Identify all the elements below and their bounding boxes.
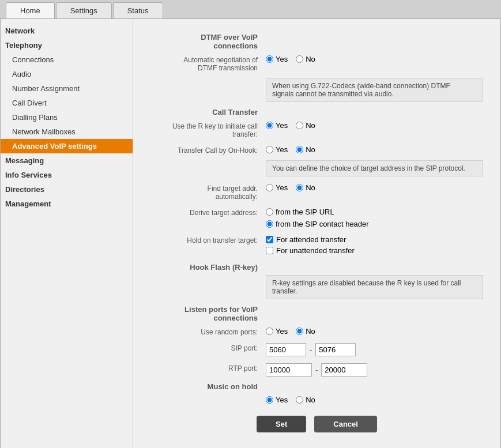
sidebar-item-call-divert[interactable]: Call Divert	[1, 96, 133, 110]
sidebar-item-dialling-plans[interactable]: Dialling Plans	[1, 110, 133, 125]
rtp-port-start-input[interactable]	[266, 363, 312, 377]
dtmf-yes-option[interactable]: Yes	[266, 55, 288, 63]
sip-port-end-input[interactable]	[315, 343, 356, 356]
transfer-onhook-no-radio[interactable]	[296, 146, 303, 153]
use-r-key-yes-radio[interactable]	[266, 122, 273, 129]
use-r-key-radio-group: Yes No	[266, 121, 489, 130]
use-r-key-row: Use the R key to initiate calltransfer: …	[145, 120, 489, 138]
from-sip-contact-radio[interactable]	[266, 220, 273, 228]
attended-transfer-option[interactable]: For attended transfer	[266, 235, 489, 244]
sidebar-item-number-assignment[interactable]: Number Assignment	[1, 81, 133, 96]
find-target-yes-radio[interactable]	[266, 184, 273, 191]
set-button[interactable]: Set	[257, 416, 306, 432]
call-transfer-title: Call Transfer	[145, 108, 266, 116]
sidebar-item-info-services[interactable]: Info Services	[1, 168, 133, 182]
find-target-no-label: No	[306, 183, 315, 192]
unattended-transfer-option[interactable]: For unattended transfer	[266, 246, 489, 255]
transfer-onhook-no-label: No	[306, 145, 315, 154]
hook-flash-header-row: Hook Flash (R-key)	[145, 263, 489, 272]
attended-transfer-checkbox[interactable]	[266, 236, 273, 243]
rtp-port-content: -	[266, 362, 489, 377]
sip-port-row: SIP port: -	[145, 342, 489, 356]
tab-settings[interactable]: Settings	[56, 2, 112, 18]
rtp-port-row: RTP port: -	[145, 362, 489, 377]
music-no-label: No	[306, 396, 315, 404]
sidebar-item-messaging[interactable]: Messaging	[1, 153, 133, 168]
sidebar-item-connections[interactable]: Connections	[1, 52, 133, 67]
find-target-yes-option[interactable]: Yes	[266, 183, 288, 192]
hold-on-transfer-content: For attended transfer For unattended tra…	[266, 234, 489, 257]
dtmf-info-text: When using G.722-Codecs (wide-band conne…	[266, 78, 483, 102]
use-r-key-yes-option[interactable]: Yes	[266, 121, 288, 130]
find-target-no-option[interactable]: No	[296, 183, 315, 192]
sidebar-item-telephony[interactable]: Telephony	[1, 38, 133, 52]
rtp-port-dash: -	[315, 366, 318, 374]
rtp-port-row-inputs: -	[266, 363, 489, 377]
transfer-info-text: You can define the choice of target addr…	[266, 160, 483, 176]
from-sip-contact-option[interactable]: from the SIP contact header	[266, 220, 489, 228]
transfer-onhook-radio-group: Yes No	[266, 145, 489, 154]
transfer-onhook-yes-radio[interactable]	[266, 146, 273, 153]
use-random-no-label: No	[306, 327, 315, 336]
sidebar-item-directories[interactable]: Directories	[1, 182, 133, 197]
sidebar-item-audio[interactable]: Audio	[1, 67, 133, 81]
listen-ports-title: Listen ports for VoIPconnections	[145, 305, 266, 322]
sidebar-item-advanced-voip[interactable]: Advanced VoIP settings	[1, 139, 133, 153]
use-r-key-no-radio[interactable]	[296, 122, 303, 129]
dtmf-auto-row: Automatic negotiation ofDTMF transmissio…	[145, 54, 489, 72]
dtmf-no-option[interactable]: No	[296, 55, 315, 63]
find-target-yes-label: Yes	[276, 183, 288, 192]
derive-target-row: Derive target address: from the SIP URL …	[145, 206, 489, 228]
from-sip-contact-label: from the SIP contact header	[276, 220, 369, 228]
sidebar-item-network-mailboxes[interactable]: Network Mailboxes	[1, 125, 133, 139]
find-target-radio-group: Yes No	[266, 183, 489, 192]
sip-port-row-inputs: -	[266, 343, 489, 356]
use-random-ports-row: Use random ports: Yes No	[145, 326, 489, 336]
use-random-yes-label: Yes	[276, 327, 288, 336]
hook-flash-info: R-key settings are disabled because the …	[266, 275, 483, 299]
from-sip-url-radio[interactable]	[266, 208, 273, 216]
sip-port-start-input[interactable]	[266, 343, 306, 356]
dtmf-yes-radio[interactable]	[266, 55, 273, 63]
dtmf-auto-label: Automatic negotiation ofDTMF transmissio…	[145, 54, 266, 72]
sip-port-label: SIP port:	[145, 342, 266, 352]
tab-home[interactable]: Home	[6, 2, 55, 18]
from-sip-url-option[interactable]: from the SIP URL	[266, 208, 489, 216]
find-target-row: Find target addr.automatically: Yes No	[145, 182, 489, 201]
music-yes-option[interactable]: Yes	[266, 396, 288, 404]
sidebar-item-network[interactable]: Network	[1, 24, 133, 38]
sip-port-content: -	[266, 342, 489, 356]
music-no-radio[interactable]	[296, 396, 303, 404]
use-r-key-no-option[interactable]: No	[296, 121, 315, 130]
hold-on-transfer-row: Hold on transfer target: For attended tr…	[145, 234, 489, 257]
transfer-onhook-label: Transfer Call by On-Hook:	[145, 144, 266, 155]
sidebar-item-management[interactable]: Management	[1, 197, 133, 211]
dtmf-no-label: No	[306, 55, 315, 63]
tab-status[interactable]: Status	[113, 2, 163, 18]
use-random-no-radio[interactable]	[296, 327, 303, 335]
transfer-onhook-no-option[interactable]: No	[296, 145, 315, 154]
music-yes-label: Yes	[276, 396, 288, 404]
unattended-transfer-label: For unattended transfer	[276, 246, 355, 255]
dtmf-radio-group: Yes No	[266, 55, 489, 63]
dtmf-no-radio[interactable]	[296, 55, 303, 63]
tab-bar: Home Settings Status	[0, 0, 501, 18]
cancel-button[interactable]: Cancel	[314, 416, 377, 432]
music-on-hold-label	[145, 394, 266, 397]
use-random-no-option[interactable]: No	[296, 327, 315, 336]
transfer-onhook-content: Yes No	[266, 144, 489, 154]
sidebar: Network Telephony Connections Audio Numb…	[1, 19, 133, 448]
use-random-yes-radio[interactable]	[266, 327, 273, 335]
music-no-option[interactable]: No	[296, 396, 315, 404]
use-random-yes-option[interactable]: Yes	[266, 327, 288, 336]
music-on-hold-radio-group: Yes No	[266, 396, 489, 404]
derive-target-label: Derive target address:	[145, 206, 266, 217]
music-yes-radio[interactable]	[266, 396, 273, 404]
transfer-onhook-yes-option[interactable]: Yes	[266, 145, 288, 154]
unattended-transfer-checkbox[interactable]	[266, 247, 273, 254]
music-on-hold-content: Yes No	[266, 394, 489, 404]
sip-port-dash: -	[310, 345, 312, 354]
find-target-no-radio[interactable]	[296, 184, 303, 191]
transfer-onhook-yes-label: Yes	[276, 145, 288, 154]
rtp-port-end-input[interactable]	[321, 363, 367, 377]
